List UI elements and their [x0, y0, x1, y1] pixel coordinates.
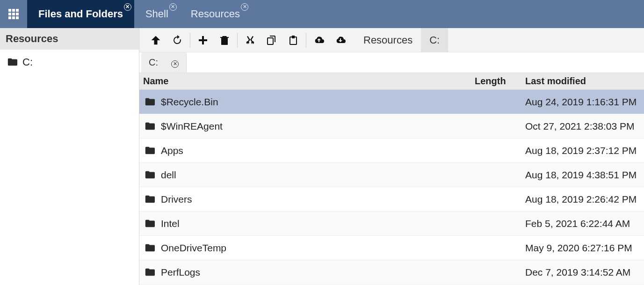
tab-label: Resources [191, 8, 240, 20]
folder-icon [143, 219, 156, 229]
apps-grid-icon [8, 9, 19, 19]
folder-icon [143, 121, 156, 132]
top-tab-bar: Files and Folders Shell Resources [0, 0, 644, 28]
file-name: Drivers [161, 194, 192, 205]
folder-icon [143, 97, 156, 107]
tab-label: Files and Folders [38, 8, 123, 20]
column-header-name[interactable]: Name [139, 76, 475, 87]
folder-icon [6, 57, 19, 67]
file-modified: Aug 18, 2019 4:38:51 PM [521, 169, 644, 181]
file-name: Intel [161, 218, 180, 229]
file-name: $Recycle.Bin [161, 96, 218, 108]
tab-files-and-folders[interactable]: Files and Folders [27, 0, 134, 28]
toolbar-separator [190, 33, 190, 48]
file-name: dell [161, 169, 176, 181]
delete-button[interactable] [214, 29, 235, 51]
sidebar-header: Resources [0, 28, 139, 50]
file-modified: Dec 7, 2019 3:14:52 AM [521, 267, 644, 278]
table-row[interactable]: AppsAug 18, 2019 2:37:12 PM [139, 139, 644, 163]
column-header-length[interactable]: Length [475, 76, 521, 87]
file-name: $WinREAgent [161, 121, 223, 132]
column-header-last-modified[interactable]: Last modified [521, 76, 644, 87]
table-body: $Recycle.BinAug 24, 2019 1:16:31 PM$WinR… [139, 90, 644, 285]
file-modified: Oct 27, 2021 2:38:03 PM [521, 121, 644, 132]
table-row[interactable]: $Recycle.BinAug 24, 2019 1:16:31 PM [139, 90, 644, 114]
path-tab-row: C: [139, 52, 644, 73]
close-icon[interactable] [241, 3, 248, 11]
folder-icon [143, 146, 156, 156]
path-tab[interactable]: C: [141, 52, 187, 73]
sidebar: Resources C: [0, 28, 139, 285]
tree-item-label: C: [22, 56, 33, 68]
up-button[interactable] [145, 29, 166, 51]
file-name: OneDriveTemp [161, 242, 226, 254]
file-name: Apps [161, 145, 183, 156]
tab-shell[interactable]: Shell [134, 0, 180, 28]
upload-button[interactable] [308, 29, 330, 51]
tree-item-c-drive[interactable]: C: [4, 54, 135, 70]
file-modified: Feb 5, 2021 6:22:44 AM [521, 218, 644, 229]
file-modified: Aug 18, 2019 2:26:42 PM [521, 194, 644, 205]
table-row[interactable]: DriversAug 18, 2019 2:26:42 PM [139, 187, 644, 212]
breadcrumb-label: C: [429, 34, 440, 46]
breadcrumb-item[interactable]: C: [421, 28, 448, 52]
tab-resources[interactable]: Resources [180, 0, 251, 28]
table-row[interactable]: PerfLogsDec 7, 2019 3:14:52 AM [139, 260, 644, 285]
file-modified: Aug 18, 2019 2:37:12 PM [521, 145, 644, 156]
folder-icon [143, 194, 156, 205]
toolbar: Resources C: [139, 28, 644, 52]
close-icon[interactable] [169, 3, 177, 11]
breadcrumb: Resources C: [355, 28, 448, 52]
table-header: Name Length Last modified [139, 73, 644, 90]
download-button[interactable] [330, 29, 351, 51]
table-row[interactable]: OneDriveTempMay 9, 2020 6:27:16 PM [139, 236, 644, 260]
file-modified: Aug 24, 2019 1:16:31 PM [521, 96, 644, 108]
sidebar-tree: C: [0, 50, 139, 285]
refresh-button[interactable] [166, 29, 188, 51]
path-tab-label: C: [149, 57, 158, 68]
cut-button[interactable] [239, 29, 261, 51]
table-row[interactable]: dellAug 18, 2019 4:38:51 PM [139, 163, 644, 187]
toolbar-separator [237, 33, 238, 48]
file-name: PerfLogs [161, 267, 200, 278]
close-icon[interactable] [124, 3, 131, 11]
apps-menu-button[interactable] [0, 0, 27, 28]
folder-icon [143, 243, 156, 253]
table-row[interactable]: $WinREAgentOct 27, 2021 2:38:03 PM [139, 114, 644, 139]
folder-icon [143, 170, 156, 180]
tab-label: Shell [145, 8, 168, 20]
breadcrumb-item[interactable]: Resources [355, 28, 421, 52]
paste-button[interactable] [282, 29, 304, 51]
close-icon[interactable] [171, 57, 179, 68]
toolbar-separator [306, 33, 306, 48]
file-modified: May 9, 2020 6:27:16 PM [521, 242, 644, 254]
content-pane: Resources C: C: Name Length Last modifie… [139, 28, 644, 285]
table-row[interactable]: IntelFeb 5, 2021 6:22:44 AM [139, 212, 644, 236]
copy-button[interactable] [261, 29, 282, 51]
new-button[interactable] [192, 29, 214, 51]
folder-icon [143, 267, 156, 278]
breadcrumb-label: Resources [363, 34, 412, 46]
